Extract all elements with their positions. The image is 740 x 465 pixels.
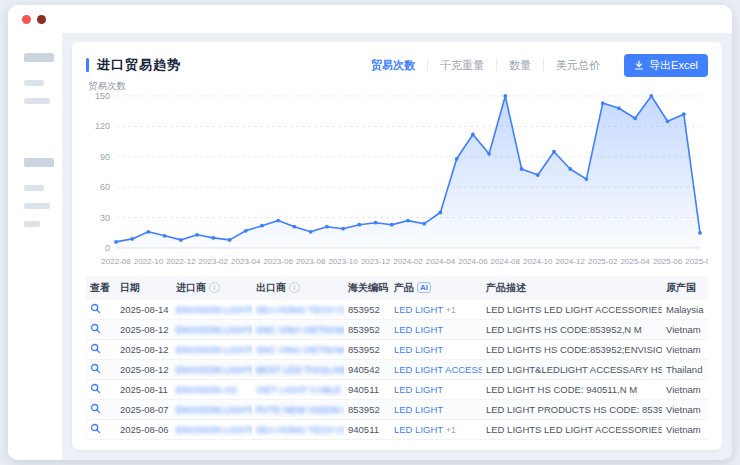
hs-code-cell: 940511 [344, 420, 390, 440]
app-window: 进口贸易趋势 贸易次数千克重量数量美元总价 导出Excel 0306090120… [8, 5, 732, 460]
sidebar-skeleton-item[interactable] [24, 221, 40, 227]
svg-text:2025-08: 2025-08 [685, 257, 708, 266]
date-cell: 2025-08-12 [116, 340, 172, 360]
date-cell: 2025-08-07 [116, 400, 172, 420]
magnifier-icon[interactable] [90, 383, 101, 394]
info-icon[interactable]: i [289, 282, 300, 293]
exporter-link[interactable]: SNC VINA VIETNAM C [256, 344, 344, 355]
importer-cell: ENVISION LIGHTING I [172, 300, 252, 320]
sidebar-skeleton-item[interactable] [24, 203, 50, 209]
exporter-cell: SEA HONG TECH CHAN [252, 420, 344, 440]
magnifier-icon[interactable] [90, 323, 101, 334]
description-cell: LED LIGHT HS CODE: 940511,N M [482, 380, 662, 400]
svg-text:120: 120 [95, 121, 110, 131]
importer-link[interactable]: ENVISION LIGHTING I [176, 324, 252, 335]
importer-link[interactable]: ENVISION LIGHTING I [176, 344, 252, 355]
description-cell: LED LIGHT PRODUCTS HS CODE: 853952,NUWAT… [482, 400, 662, 420]
svg-text:2025-02: 2025-02 [588, 257, 618, 266]
window-titlebar [8, 5, 732, 33]
table-body: 2025-08-14ENVISION LIGHTING ISEA HONG TE… [86, 300, 708, 440]
country-cell: Malaysia [662, 300, 708, 320]
table-header-row: 查看日期进口商i出口商i海关编码产品AI产品描述原产国 [86, 276, 708, 300]
importer-cell: ENVISION AG [172, 380, 252, 400]
panel-header: 进口贸易趋势 贸易次数千克重量数量美元总价 导出Excel [86, 52, 708, 78]
svg-text:2023-02: 2023-02 [199, 257, 229, 266]
trend-chart[interactable]: 03060901201502022-082022-102022-122023-0… [86, 80, 708, 272]
exporter-link[interactable]: VIET LIGHT CABLE [256, 384, 341, 395]
export-excel-button[interactable]: 导出Excel [624, 54, 708, 77]
svg-text:2023-12: 2023-12 [361, 257, 391, 266]
sidebar-skeleton-item[interactable] [24, 80, 44, 86]
svg-text:2023-08: 2023-08 [296, 257, 326, 266]
title-accent-bar [86, 58, 89, 72]
product-link[interactable]: LED LIGHT [394, 384, 443, 395]
metric-tabs: 贸易次数千克重量数量美元总价 [359, 59, 612, 71]
col-header-6: 产品AI [390, 276, 482, 300]
sidebar-spacer [24, 116, 62, 158]
importer-link[interactable]: ENVISION LIGHTING I [176, 304, 252, 315]
view-cell [86, 400, 116, 420]
sidebar-skeleton-item[interactable] [24, 98, 50, 104]
magnifier-icon[interactable] [90, 403, 101, 414]
sidebar-skeleton-item[interactable] [24, 53, 54, 62]
metric-tab-4[interactable]: 美元总价 [544, 59, 612, 71]
sidebar-skeleton-item[interactable] [24, 185, 44, 191]
product-link[interactable]: LED LIGHT [394, 424, 443, 435]
importer-link[interactable]: ENVISION LIGHTING I [176, 364, 252, 375]
svg-text:2022-10: 2022-10 [134, 257, 164, 266]
exporter-link[interactable]: SEA HONG TECH CHAN [256, 424, 344, 435]
magnifier-icon[interactable] [90, 343, 101, 354]
svg-text:0: 0 [105, 243, 110, 253]
svg-text:贸易次数: 贸易次数 [88, 80, 127, 91]
exporter-link[interactable]: SNC VINA VIETNAM C [256, 324, 344, 335]
importer-link[interactable]: ENVISION AG [176, 384, 237, 395]
exporter-cell: SNC VINA VIETNAM C [252, 340, 344, 360]
importer-cell: ENVISION LIGHTING I [172, 420, 252, 440]
exporter-link[interactable]: SEA HONG TECH CHAN [256, 304, 344, 315]
importer-link[interactable]: ENVISION LIGHTING I [176, 404, 252, 415]
product-extra-count: +1 [446, 425, 456, 435]
metric-tab-1[interactable]: 贸易次数 [359, 59, 428, 71]
product-cell: LED LIGHT+1 [390, 420, 482, 440]
country-cell: Vietnam [662, 400, 708, 420]
svg-text:2023-10: 2023-10 [328, 257, 358, 266]
export-excel-label: 导出Excel [649, 58, 698, 73]
description-cell: LED LIGHTS LED LIGHT ACCESSORIES,ENVISIO… [482, 300, 662, 320]
description-cell: LED LIGHTS HS CODE:853952,N M [482, 320, 662, 340]
importer-link[interactable]: ENVISION LIGHTING I [176, 424, 252, 435]
country-cell: Vietnam [662, 420, 708, 440]
magnifier-icon[interactable] [90, 363, 101, 374]
svg-text:60: 60 [100, 182, 110, 192]
table-row: 2025-08-11ENVISION AGVIET LIGHT CABLE940… [86, 380, 708, 400]
product-extra-count: +1 [446, 305, 456, 315]
magnifier-icon[interactable] [90, 303, 101, 314]
traffic-light-minimize-icon[interactable] [37, 15, 46, 24]
date-cell: 2025-08-11 [116, 380, 172, 400]
sidebar-skeleton-item[interactable] [24, 158, 54, 167]
magnifier-icon[interactable] [90, 423, 101, 434]
product-link[interactable]: LED LIGHT [394, 304, 443, 315]
svg-text:2024-10: 2024-10 [523, 257, 553, 266]
product-link[interactable]: LED LIGHT ACCESSORY [394, 364, 482, 375]
svg-text:2025-06: 2025-06 [653, 257, 683, 266]
country-cell: Vietnam [662, 320, 708, 340]
product-link[interactable]: LED LIGHT [394, 344, 443, 355]
metric-tab-3[interactable]: 数量 [497, 59, 544, 71]
exporter-link[interactable]: PVTE NEW VISION VI [256, 404, 344, 415]
metric-tab-2[interactable]: 千克重量 [428, 59, 497, 71]
col-header-7: 产品描述 [482, 276, 662, 300]
traffic-light-close-icon[interactable] [22, 15, 31, 24]
product-link[interactable]: LED LIGHT [394, 324, 443, 335]
info-icon[interactable]: i [209, 282, 220, 293]
view-cell [86, 380, 116, 400]
importer-cell: ENVISION LIGHTING I [172, 360, 252, 380]
svg-text:2024-12: 2024-12 [556, 257, 586, 266]
table-row: 2025-08-12ENVISION LIGHTING ISNC VINA VI… [86, 340, 708, 360]
product-cell: LED LIGHT ACCESSORY [390, 360, 482, 380]
exporter-link[interactable]: BEST LED THAILAND [256, 364, 344, 375]
table-row: 2025-08-12ENVISION LIGHTING ISNC VINA VI… [86, 320, 708, 340]
app-body: 进口贸易趋势 贸易次数千克重量数量美元总价 导出Excel 0306090120… [8, 33, 732, 460]
view-cell [86, 300, 116, 320]
product-link[interactable]: LED LIGHT [394, 404, 443, 415]
svg-text:2022-12: 2022-12 [166, 257, 196, 266]
